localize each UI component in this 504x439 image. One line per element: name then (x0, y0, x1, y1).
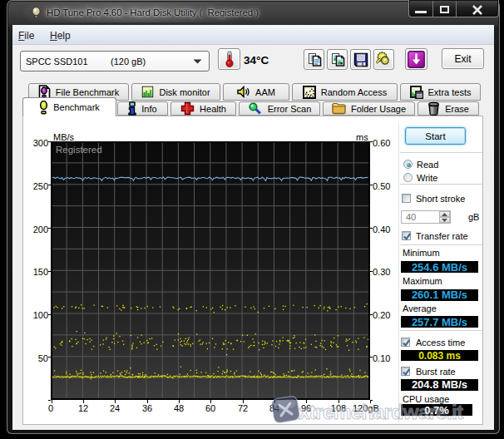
svg-text:Registered: Registered (56, 145, 102, 155)
